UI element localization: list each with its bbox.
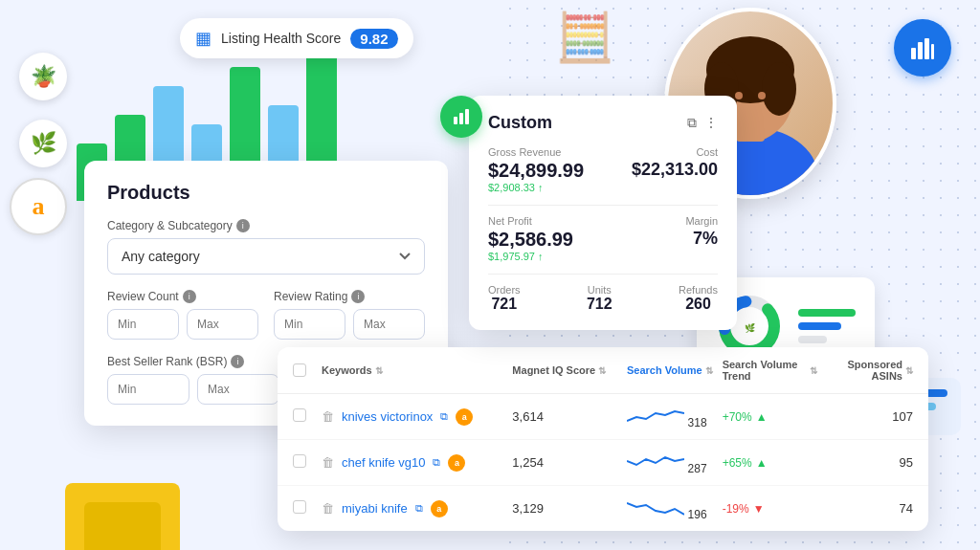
margin-label: Margin xyxy=(603,215,718,227)
gross-revenue-label: Gross Revenue xyxy=(488,146,603,158)
products-title: Products xyxy=(107,182,425,204)
row3-external-icon[interactable]: ⧉ xyxy=(415,502,423,515)
th-magnet[interactable]: Magnet IQ Score ⇅ xyxy=(512,364,627,376)
refunds-value: 260 xyxy=(679,296,718,313)
review-rating-min[interactable] xyxy=(274,309,345,340)
svg-point-9 xyxy=(735,92,743,99)
calculator-icon: 🧮 xyxy=(555,10,614,65)
row3-checkbox[interactable] xyxy=(293,500,306,514)
row1-amazon-badge: a xyxy=(456,408,473,426)
margin-block: Margin 7% xyxy=(603,215,718,262)
svg-rect-14 xyxy=(931,44,934,59)
row1-external-icon[interactable]: ⧉ xyxy=(440,410,448,423)
category-info-icon: i xyxy=(236,219,250,232)
amazon-icon: a xyxy=(10,178,67,235)
table-row: 🗑 knives victorinox ⧉ a 3,614 318 +70% ▲… xyxy=(278,394,928,440)
health-score-icon: ▦ xyxy=(195,28,212,49)
search-sort-icon[interactable]: ⇅ xyxy=(705,365,713,376)
row2-external-icon[interactable]: ⧉ xyxy=(433,456,440,469)
bsr-max[interactable] xyxy=(197,374,279,405)
review-fields: Review Count i Review Rating i xyxy=(107,290,425,340)
profit-margin-row: Net Profit $2,586.99 $1,975.97 ↑ Margin … xyxy=(488,215,718,262)
revenue-cost-row: Gross Revenue $24,899.99 $2,908.33 ↑ Cos… xyxy=(488,146,718,193)
row2-sponsored: 95 xyxy=(817,455,913,470)
health-score-label: Listing Health Score xyxy=(221,31,341,46)
donut-line-3 xyxy=(798,336,827,343)
row3-sparkline xyxy=(627,495,684,518)
row2-amazon-badge: a xyxy=(448,454,465,472)
divider1 xyxy=(488,205,718,206)
row1-keyword: knives victorinox xyxy=(342,409,433,424)
row2-delete-icon[interactable]: 🗑 xyxy=(322,455,334,470)
table-row: 🗑 miyabi knife ⧉ a 3,129 196 -19% ▼ 74 xyxy=(278,486,928,531)
side-icon-plant2: 🌿 xyxy=(19,120,67,167)
svg-rect-12 xyxy=(918,42,923,59)
table-row: 🗑 chef knife vg10 ⧉ a 1,254 287 +65% ▲ 9… xyxy=(278,440,928,486)
chart-icon-green xyxy=(440,96,482,138)
net-profit-value: $2,586.99 xyxy=(488,229,603,251)
keyword-sort-icon[interactable]: ⇅ xyxy=(375,365,383,376)
review-count-info-icon: i xyxy=(183,290,196,303)
cost-value: $22,313.00 xyxy=(603,160,718,180)
external-link-icon[interactable]: ⧉ xyxy=(687,115,697,131)
custom-panel-icons: ⧉ ⋮ xyxy=(687,115,718,131)
svg-rect-1 xyxy=(459,113,463,124)
review-count-range xyxy=(107,309,258,340)
row2-trend-pct: +65% xyxy=(723,456,752,470)
refunds-label: Refunds xyxy=(679,284,718,296)
header-checkbox[interactable] xyxy=(293,363,306,377)
row1-checkbox[interactable] xyxy=(293,408,306,422)
net-profit-block: Net Profit $2,586.99 $1,975.97 ↑ xyxy=(488,215,603,262)
row3-delete-icon[interactable]: 🗑 xyxy=(322,501,334,516)
row1-trend-arrow: ▲ xyxy=(756,410,768,424)
orders-value: 721 xyxy=(488,296,521,313)
custom-panel-header: Custom ⧉ ⋮ xyxy=(488,113,718,133)
review-rating-max[interactable] xyxy=(353,309,425,340)
table-header: Keywords ⇅ Magnet IQ Score ⇅ Search Volu… xyxy=(278,347,928,394)
units-label: Units xyxy=(587,284,612,296)
row2-trend-arrow: ▲ xyxy=(756,456,768,470)
donut-line-1 xyxy=(798,309,856,317)
row1-sponsored: 107 xyxy=(817,409,913,424)
health-score-value: 9.82 xyxy=(350,29,397,49)
cost-block: Cost $22,313.00 xyxy=(603,146,718,193)
magnet-sort-icon[interactable]: ⇅ xyxy=(598,365,606,376)
orders-block: Orders 721 xyxy=(488,284,521,313)
units-block: Units 712 xyxy=(587,284,612,313)
th-keywords[interactable]: Keywords ⇅ xyxy=(322,364,512,376)
review-rating-group: Review Rating i xyxy=(274,290,425,340)
row1-magnet: 3,614 xyxy=(512,409,627,424)
review-count-min[interactable] xyxy=(107,309,179,340)
category-select[interactable]: Any category xyxy=(107,238,425,275)
row1-delete-icon[interactable]: 🗑 xyxy=(322,409,334,424)
svg-point-10 xyxy=(758,92,766,99)
svg-text:🌿: 🌿 xyxy=(745,322,756,334)
row2-checkbox[interactable] xyxy=(293,454,306,468)
row3-amazon-badge: a xyxy=(431,500,448,517)
gross-revenue-block: Gross Revenue $24,899.99 $2,908.33 ↑ xyxy=(488,146,603,193)
gross-revenue-sub: $2,908.33 ↑ xyxy=(488,182,603,193)
custom-panel-title: Custom xyxy=(488,113,552,133)
custom-panel: Custom ⧉ ⋮ Gross Revenue $24,899.99 $2,9… xyxy=(469,96,737,330)
th-sponsored[interactable]: Sponsored ASINs ⇅ xyxy=(817,359,913,382)
bsr-info-icon: i xyxy=(231,355,244,368)
review-count-group: Review Count i xyxy=(107,290,258,340)
net-profit-sub: $1,975.97 ↑ xyxy=(488,251,603,262)
keywords-table: Keywords ⇅ Magnet IQ Score ⇅ Search Volu… xyxy=(278,347,928,531)
row3-trend-pct: -19% xyxy=(723,502,749,516)
net-profit-label: Net Profit xyxy=(488,215,603,227)
trend-sort-icon[interactable]: ⇅ xyxy=(810,365,817,376)
orders-row: Orders 721 Units 712 Refunds 260 xyxy=(488,284,718,313)
review-count-max[interactable] xyxy=(187,309,258,340)
category-label: Category & Subcategory i xyxy=(107,219,425,232)
svg-rect-2 xyxy=(465,109,469,124)
th-search-volume[interactable]: Search Volume ⇅ xyxy=(627,364,723,376)
row1-trend-pct: +70% xyxy=(723,410,752,424)
sponsored-sort-icon[interactable]: ⇅ xyxy=(905,365,913,376)
bsr-min[interactable] xyxy=(107,374,189,405)
orders-label: Orders xyxy=(488,284,521,296)
more-icon[interactable]: ⋮ xyxy=(704,115,718,131)
th-trend[interactable]: Search Volume Trend ⇅ xyxy=(723,359,818,382)
row3-keyword: miyabi knife xyxy=(342,501,408,516)
yellow-box-inner xyxy=(84,502,161,550)
